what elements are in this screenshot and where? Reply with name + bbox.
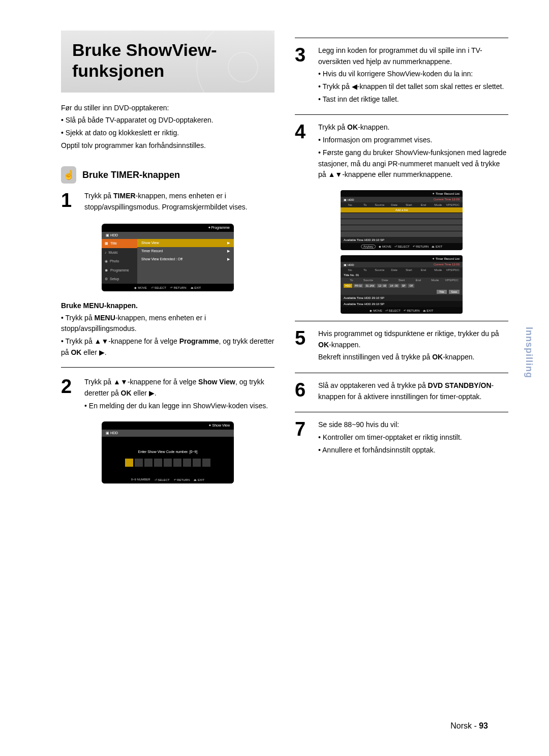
osd3b-footer: ◆ MOVE ⏎ SELECT ↶ RETURN ⏏ EXIT [341,307,463,314]
osd3a-hdd: ▣ HDDCurrent Time 12:00 [341,197,463,202]
step-number: 4 [295,122,312,182]
osd3b-editvals: HDD PR 02 01 JAN 12 : 00 14 : 00 SP Off [341,283,463,289]
step7-l3: • Annullere et forhåndsinnstilt opptak. [318,445,462,456]
footer-sep: - [472,721,479,730]
divider [295,321,508,321]
foot-exit: ⏏ EXIT [191,286,201,289]
foot-move: ◆ MOVE [379,245,391,249]
foot-return: ↶ RETURN [174,478,190,481]
code-box [135,459,143,467]
title-box: Bruke ShowView- funksjonen [61,31,274,93]
step-1: 1 Trykk på TIMER-knappen, mens enheten e… [61,191,274,214]
foot-move: ◆ MOVE [134,286,146,289]
intro-text: Før du stiller inn DVD-opptakeren: • Slå… [61,103,274,152]
manual-page: Bruke ShowView- funksjonen Før du stille… [0,0,549,756]
osd3a-header: ✦ Timer Record List [341,190,463,197]
step4-l2: • Informasjon om programmet vises. [318,135,508,146]
step-3: 3 Legg inn koden for programmet du vil s… [295,45,508,106]
code-box [193,459,201,467]
divider [295,412,508,412]
step-number: 6 [295,380,312,404]
menu-item-programme: ⏺ Programme [102,266,137,275]
osd-hdd-bar: ▣ HDD [102,232,234,239]
menu-item-setup: ⚙ Setup [102,275,137,284]
step3-l1: Legg inn koden for programmet du vil spi… [318,45,508,67]
section-header: ☝ Bruke TIMER-knappen [61,166,274,184]
title-line-2: funksjonen [72,61,164,80]
osd2-header: ✦ Show View [102,421,234,430]
foot-return: ↶ RETURN [170,286,187,289]
blank-row [341,219,463,225]
panel-row-showview: Show View▶ [137,239,234,247]
foot-select: ⏎ SELECT [394,245,410,249]
step-4: 4 Trykk på OK-knappen. • Informasjon om … [295,122,508,182]
foot-select: ⏎ SELECT [151,286,166,289]
step6-l1: Slå av opptakeren ved å trykke på DVD ST… [318,380,508,402]
osd3a-cols: No.ToSourceDateStartEndModeVPS/PDC [341,202,463,207]
osd3b-avail: Available Time HDD 29:10 SP [341,295,463,301]
osd3b-hdd: ▣ HDDCurrent Time 12:00 [341,262,463,267]
code-box [202,459,210,467]
step4-l1: Trykk på OK-knappen. [318,122,508,133]
two-column-layout: Bruke ShowView- funksjonen Før du stille… [61,31,508,492]
osd3a-add: Add a list [341,207,463,213]
step7-l1: Se side 88~90 hvis du vil: [318,419,462,431]
menu-sub-heading: Bruke MENU-knappen. [61,301,274,310]
divider [295,373,508,373]
step-body: Legg inn koden for programmet du vil spi… [318,45,508,106]
step3-l4: • Tast inn det riktige tallet. [318,94,508,105]
step-body: Hvis programmet og tidspunktene er rikti… [318,328,508,365]
step-6: 6 Slå av opptakeren ved å trykke på DVD … [295,380,508,404]
footer-page: 93 [479,721,488,730]
page-footer: Norsk - 93 [450,721,488,731]
osd3b-editcols: ToSourceDateStartEndModeVPS/PDC [341,278,463,283]
panel-row-timer: Timer Record▶ [137,247,234,255]
code-box [173,459,181,467]
step-5: 5 Hvis programmet og tidspunktene er rik… [295,328,508,365]
foot-exit: ⏏ EXIT [432,245,442,249]
menu-item-title: ▦ Title [102,239,137,248]
step-body: Trykk på TIMER-knappen, mens enheten er … [84,191,274,214]
blank-row [341,225,463,231]
foot-select: ⏎ SELECT [155,478,170,481]
step4-l3: • Første gang du bruker ShowView-funksjo… [318,147,508,180]
side-tab-label: Innspilling [524,327,534,378]
foot-return: ↶ RETURN [404,309,420,312]
menu-item-photo: ◉ Photo [102,257,137,266]
menu-sub-text: • Trykk på MENU-knappen, mens enheten er… [61,313,274,358]
osd2-footer: 0~9 NUMBER ⏎ SELECT ↶ RETURN ⏏ EXIT [102,476,234,483]
osd-programme-menu: ✦ Programme ▣ HDD ▦ Title ♪ Music ◉ Phot… [102,224,234,291]
save-button: Save [449,290,460,294]
osd-showview-entry: ✦ Show View ▣ HDD Enter Show View Code n… [102,421,234,483]
step2-l2: • En melding der du kan legge inn ShowVi… [84,401,274,412]
osd-body: ▦ Title ♪ Music ◉ Photo ⏺ Programme ⚙ Se… [102,239,234,284]
menu-sub-l1: • Trykk på MENU-knappen, mens enheten er… [61,313,274,335]
panel-row-ext: Show View Extended : Off▶ [137,255,234,263]
step5-l2: Bekreft innstillingen ved å trykke på OK… [318,352,508,363]
right-column: 3 Legg inn koden for programmet du vil s… [295,31,508,492]
step-body: Trykk på OK-knappen. • Informasjon om pr… [318,122,508,182]
divider [61,367,274,368]
section-title: Bruke TIMER-knappen [82,170,180,180]
intro-l4: Opptil tolv programmer kan forhåndsinnst… [61,140,274,152]
osd-footer: ◆ MOVE ⏎ SELECT ↶ RETURN ⏏ EXIT [102,284,234,291]
blank-row [341,231,463,237]
step-number: 7 [295,419,312,457]
left-column: Bruke ShowView- funksjonen Før du stille… [61,31,274,492]
blank-row [341,213,463,219]
foot-exit: ⏏ EXIT [194,478,204,481]
code-input-boxes [102,459,234,467]
osd2-hdd-bar: ▣ HDD [102,430,234,437]
osd-panel: Show View▶ Timer Record▶ Show View Exten… [137,239,234,284]
osd3b-buttons: Title Save [341,289,463,295]
divider [295,114,508,115]
footer-lang: Norsk [450,721,472,730]
osd-timer-list-empty: ✦ Timer Record List ▣ HDDCurrent Time 12… [341,190,463,250]
step7-l2: • Kontroller om timer-opptaket er riktig… [318,432,462,443]
step-number: 3 [295,45,312,106]
osd3a-avail: Available Time HDD 29:10 SP [341,237,463,243]
step-body: Trykk på ▲▼-knappene for å velge Show Vi… [84,377,274,413]
intro-l2: • Slå på både TV-apparatet og DVD-opptak… [61,115,274,126]
hand-icon: ☝ [61,166,76,184]
osd-header: ✦ Programme [102,224,234,232]
